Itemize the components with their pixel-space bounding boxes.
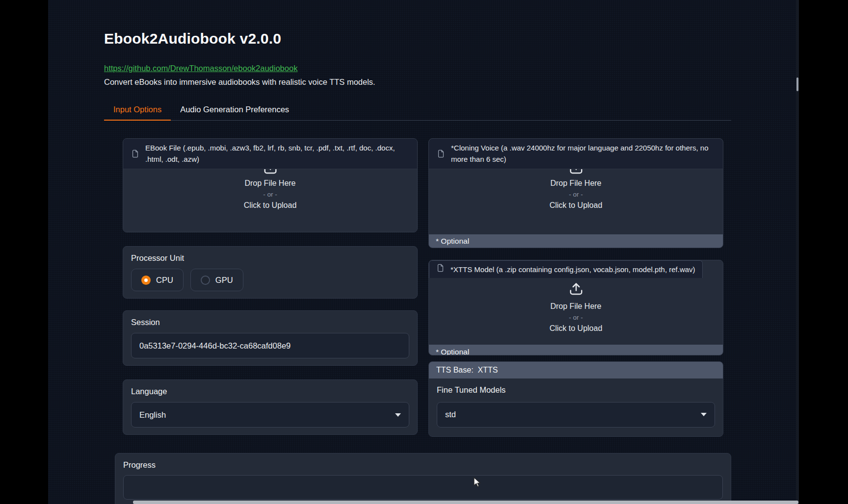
- chevron-down-icon: [701, 413, 707, 416]
- radio-unselected-icon: [201, 276, 210, 285]
- progress-bar: [123, 475, 723, 500]
- drop-file-text: Drop File Here: [550, 179, 601, 188]
- ebook-file-upload[interactable]: EBook File (.epub, .mobi, .azw3, fb2, lr…: [123, 138, 418, 232]
- github-link[interactable]: https://github.com/DrewThomasson/ebook2a…: [104, 64, 297, 73]
- tts-base-bar: TTS Base:XTTS: [429, 362, 723, 378]
- radio-selected-icon: [141, 276, 151, 285]
- page-subtitle: Convert eBooks into immersive audiobooks…: [104, 77, 731, 87]
- page-content: Ebook2Audiobook v2.0.0 https://github.co…: [104, 0, 731, 504]
- cloning-voice-label: *Cloning Voice (a .wav 24000hz for major…: [451, 143, 715, 165]
- ebook-drop-zone[interactable]: Drop File Here - or - Click to Upload: [123, 169, 417, 232]
- cloning-voice-drop-zone[interactable]: Drop File Here - or - Click to Upload: [429, 169, 723, 234]
- upload-icon: [263, 169, 278, 176]
- right-column: *Cloning Voice (a .wav 24000hz for major…: [428, 138, 723, 437]
- tab-audio-generation-preferences[interactable]: Audio Generation Preferences: [171, 100, 298, 120]
- fine-tuned-selected-value: std: [445, 410, 456, 419]
- radio-cpu[interactable]: CPU: [131, 269, 184, 291]
- language-label: Language: [131, 387, 409, 396]
- click-to-upload-button[interactable]: Click to Upload: [550, 201, 603, 210]
- language-selected-value: English: [139, 410, 166, 420]
- tab-bar: Input Options Audio Generation Preferenc…: [104, 100, 731, 121]
- click-to-upload-button[interactable]: Click to Upload: [550, 324, 603, 333]
- vertical-scrollbar-thumb[interactable]: [796, 77, 798, 91]
- processor-unit-label: Processor Unit: [131, 253, 409, 263]
- or-text: - or -: [263, 191, 277, 198]
- radio-cpu-label: CPU: [156, 276, 173, 285]
- fine-tuned-models-dropdown[interactable]: std: [437, 402, 715, 428]
- file-icon: [131, 150, 139, 158]
- or-text: - or -: [569, 314, 583, 321]
- drop-file-text: Drop File Here: [244, 179, 295, 188]
- processor-radio-group: CPU GPU: [131, 269, 409, 291]
- screenshot-stage: Ebook2Audiobook v2.0.0 https://github.co…: [0, 0, 848, 504]
- ebook-file-header: EBook File (.epub, .mobi, .azw3, fb2, lr…: [123, 139, 417, 169]
- tts-base-value: XTTS: [478, 366, 498, 374]
- session-label: Session: [131, 318, 409, 327]
- radio-gpu-label: GPU: [215, 276, 233, 285]
- upload-icon: [569, 282, 583, 299]
- tab-panel-input-options: EBook File (.epub, .mobi, .azw3, fb2, lr…: [104, 121, 731, 437]
- chevron-down-icon: [395, 413, 401, 417]
- language-dropdown[interactable]: English: [131, 402, 409, 428]
- click-to-upload-button[interactable]: Click to Upload: [244, 201, 297, 210]
- session-input[interactable]: 0a5313e7-0294-446d-bc32-ca68cafd08e9: [131, 333, 409, 358]
- cloning-voice-header: *Cloning Voice (a .wav 24000hz for major…: [429, 139, 723, 169]
- xtts-model-header: *XTTS Model (a .zip containing config.js…: [429, 260, 703, 278]
- drop-file-text: Drop File Here: [550, 302, 601, 311]
- file-icon: [436, 264, 445, 275]
- xtts-model-label: *XTTS Model (a .zip containing config.js…: [450, 264, 695, 275]
- page-title: Ebook2Audiobook v2.0.0: [104, 30, 731, 47]
- radio-gpu[interactable]: GPU: [190, 269, 243, 291]
- session-panel: Session 0a5313e7-0294-446d-bc32-ca68cafd…: [123, 310, 418, 366]
- processor-unit-panel: Processor Unit CPU GPU: [123, 246, 418, 299]
- horizontal-scrollbar-thumb[interactable]: [133, 501, 798, 504]
- vertical-scrollbar-track[interactable]: [796, 0, 799, 504]
- left-column: EBook File (.epub, .mobi, .azw3, fb2, lr…: [123, 138, 418, 437]
- tts-base-label: TTS Base:: [436, 366, 474, 374]
- cloning-optional-bar: * Optional: [429, 234, 723, 248]
- or-text: - or -: [569, 191, 583, 198]
- ebook-file-label: EBook File (.epub, .mobi, .azw3, fb2, lr…: [145, 143, 409, 165]
- fine-tuned-models-label: Fine Tuned Models: [437, 385, 715, 395]
- fine-tuned-models-panel: Fine Tuned Models std: [429, 378, 723, 436]
- language-panel: Language English: [123, 379, 418, 435]
- progress-panel: Progress: [115, 453, 731, 504]
- progress-label: Progress: [123, 460, 723, 470]
- xtts-model-group: *XTTS Model (a .zip containing config.js…: [428, 260, 723, 355]
- tts-base-group: TTS Base:XTTS Fine Tuned Models std: [428, 361, 723, 437]
- cloning-voice-group: *Cloning Voice (a .wav 24000hz for major…: [428, 138, 723, 248]
- upload-icon: [569, 169, 583, 176]
- xtts-model-drop-zone[interactable]: Drop File Here - or - Click to Upload: [429, 278, 723, 345]
- file-icon: [437, 150, 445, 158]
- app-window: Ebook2Audiobook v2.0.0 https://github.co…: [48, 0, 799, 504]
- xtts-optional-bar: * Optional: [429, 345, 723, 355]
- tab-input-options[interactable]: Input Options: [104, 100, 171, 121]
